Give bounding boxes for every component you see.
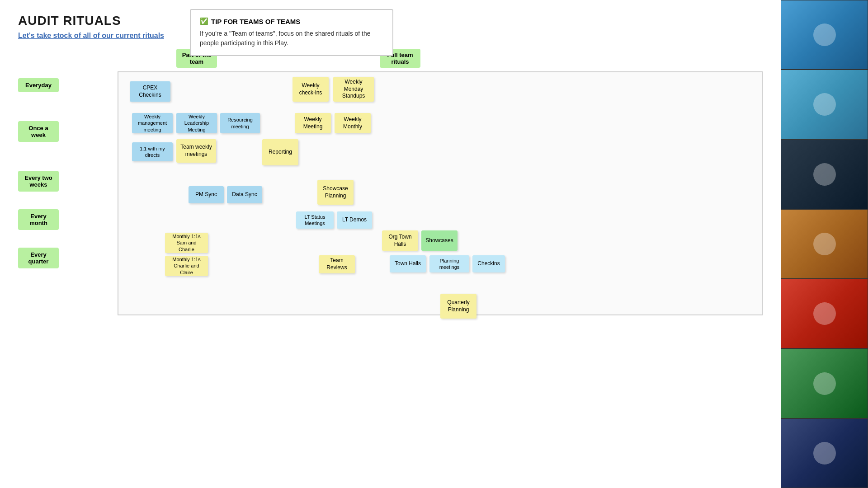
sticky-monthly-1-1-charlie[interactable]: Monthly 1:1s Charlie and Claire — [165, 256, 208, 276]
sticky-weekly-monday-standups[interactable]: Weekly Monday Standups — [333, 77, 374, 102]
sticky-lt-demos[interactable]: LT Demos — [337, 211, 372, 229]
row-label-every-month-wrapper: Every month — [18, 200, 118, 241]
row-label-everyday-wrapper: Everyday — [18, 71, 118, 101]
row-label-once-week-wrapper: Once a week — [18, 101, 118, 164]
row-label-once-week: Once a week — [18, 121, 59, 142]
sticky-weekly-monthly[interactable]: Weekly Monthly — [335, 113, 371, 133]
row-label-every-two-weeks: Every two weeks — [18, 171, 59, 192]
video-person-5 — [781, 279, 868, 348]
row-labels: Everyday Once a week Every two weeks Eve… — [18, 71, 118, 315]
sticky-town-halls[interactable]: Town Halls — [390, 255, 426, 272]
video-person-1 — [781, 0, 868, 70]
main-content: AUDIT RITUALS Let's take stock of all of… — [0, 0, 781, 488]
video-person-7 — [781, 418, 868, 488]
person-silhouette-5 — [813, 302, 836, 325]
sticky-data-sync[interactable]: Data Sync — [227, 186, 262, 203]
sticky-showcases[interactable]: Showcases — [421, 230, 458, 251]
person-silhouette-6 — [813, 372, 836, 395]
sticky-planning-meetings[interactable]: Planning meetings — [429, 255, 469, 272]
video-person-4 — [781, 209, 868, 279]
row-label-every-two-weeks-wrapper: Every two weeks — [18, 164, 118, 200]
sticky-showcase-planning[interactable]: Showcase Planning — [317, 180, 354, 205]
sticky-resourcing[interactable]: Resourcing meeting — [220, 113, 260, 133]
sticky-weekly-mgmt[interactable]: Weekly management meeting — [132, 113, 173, 133]
person-silhouette-1 — [813, 23, 836, 46]
person-silhouette-7 — [813, 442, 836, 465]
tip-title-text: TIP FOR TEAMS OF TEAMS — [211, 18, 300, 25]
person-silhouette-2 — [813, 93, 836, 116]
sticky-monthly-1-1-sam[interactable]: Monthly 1:1s Sam and Charlie — [165, 233, 208, 253]
tip-icon: ✅ — [200, 17, 208, 25]
tip-title: ✅ TIP FOR TEAMS OF TEAMS — [200, 17, 383, 25]
sticky-team-reviews[interactable]: Team Reviews — [319, 255, 355, 273]
row-label-every-month: Every month — [18, 209, 59, 230]
sticky-weekly-leadership[interactable]: Weekly Leadership Meeting — [176, 113, 217, 133]
sticky-pm-sync[interactable]: PM Sync — [189, 186, 224, 203]
row-label-everyday: Everyday — [18, 78, 59, 92]
video-person-6 — [781, 348, 868, 418]
video-person-2 — [781, 70, 868, 139]
sticky-reporting[interactable]: Reporting — [262, 139, 298, 165]
sticky-quarterly-planning[interactable]: Quarterly Planning — [440, 294, 476, 319]
person-silhouette-3 — [813, 163, 836, 186]
sticky-weekly-checkins[interactable]: Weekly check-ins — [292, 77, 329, 102]
board: CPEX Checkins Weekly check-ins Weekly Mo… — [118, 71, 763, 315]
sticky-org-town-halls[interactable]: Org Town Halls — [382, 230, 418, 251]
sticky-checkins[interactable]: Checkins — [472, 255, 505, 272]
sticky-team-weekly[interactable]: Team weekly meetings — [176, 139, 216, 163]
video-person-3 — [781, 140, 868, 209]
sticky-weekly-meeting[interactable]: Weekly Meeting — [295, 113, 331, 133]
video-panel — [781, 0, 868, 488]
row-label-every-quarter-wrapper: Every quarter — [18, 241, 118, 277]
grid-area: Everyday Once a week Every two weeks Eve… — [18, 71, 763, 315]
sticky-lt-status[interactable]: LT Status Meetings — [296, 211, 334, 229]
tip-text: If you're a "Team of teams", focus on th… — [200, 29, 383, 48]
sticky-1-1-directs[interactable]: 1:1 with my directs — [132, 142, 173, 161]
sticky-cpex-checkins[interactable]: CPEX Checkins — [130, 81, 170, 102]
row-label-every-quarter: Every quarter — [18, 248, 59, 268]
person-silhouette-4 — [813, 233, 836, 255]
tip-box: ✅ TIP FOR TEAMS OF TEAMS If you're a "Te… — [190, 9, 393, 56]
